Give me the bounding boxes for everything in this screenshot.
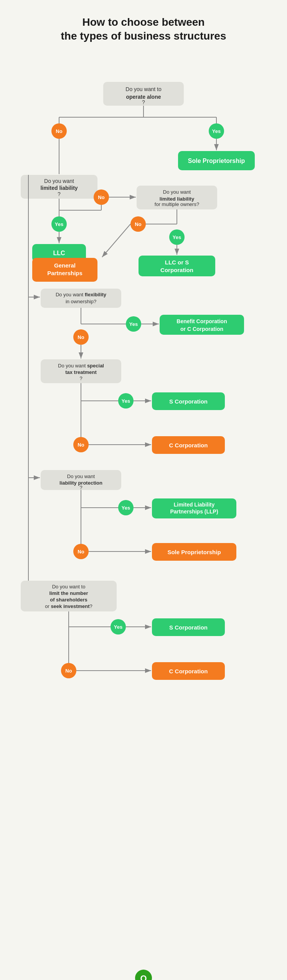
- svg-text:Sole Proprietorship: Sole Proprietorship: [167, 549, 221, 555]
- page: How to choose between the types of busin…: [0, 0, 287, 980]
- svg-text:Do you want: Do you want: [44, 178, 74, 184]
- flowchart-svg: Do you want to operate alone ? No Yes So…: [9, 59, 278, 962]
- svg-text:in ownership?: in ownership?: [66, 299, 96, 304]
- svg-text:C Corporation: C Corporation: [169, 442, 208, 448]
- svg-text:Do you want flexibility: Do you want flexibility: [56, 292, 107, 297]
- svg-text:Limited Liability: Limited Liability: [174, 502, 215, 508]
- svg-text:S Corporation: S Corporation: [169, 398, 208, 405]
- svg-text:limit the number: limit the number: [49, 590, 88, 596]
- svg-text:?: ?: [79, 375, 82, 381]
- svg-text:No: No: [78, 334, 84, 340]
- logo-area: Q INTUIT quickbooks: [119, 970, 168, 980]
- svg-text:Yes: Yes: [122, 398, 130, 404]
- svg-text:Do you want to: Do you want to: [52, 584, 86, 590]
- svg-text:Yes: Yes: [55, 221, 63, 227]
- svg-text:Q: Q: [140, 973, 147, 980]
- svg-text:No: No: [65, 668, 72, 674]
- svg-text:Do you want: Do you want: [67, 473, 95, 479]
- svg-line-43: [102, 224, 130, 257]
- svg-text:Yes: Yes: [122, 505, 130, 511]
- svg-text:Partnerships (LLP): Partnerships (LLP): [170, 508, 218, 515]
- svg-text:Yes: Yes: [114, 624, 122, 630]
- svg-text:Benefit Corporation: Benefit Corporation: [176, 318, 227, 324]
- svg-text:Yes: Yes: [212, 128, 221, 134]
- svg-text:No: No: [78, 549, 84, 555]
- svg-text:General: General: [54, 262, 76, 269]
- svg-text:S Corporation: S Corporation: [169, 624, 208, 631]
- svg-text:?: ?: [79, 485, 82, 490]
- svg-text:?: ?: [142, 99, 145, 105]
- svg-text:Yes: Yes: [129, 321, 138, 327]
- svg-text:for multiple owners?: for multiple owners?: [155, 201, 199, 207]
- svg-text:?: ?: [58, 191, 61, 197]
- main-title: How to choose between the types of busin…: [61, 15, 226, 43]
- svg-text:Do you want: Do you want: [163, 189, 191, 195]
- svg-text:Corporation: Corporation: [160, 267, 193, 273]
- svg-text:No: No: [78, 442, 84, 448]
- svg-text:of shareholders: of shareholders: [50, 597, 87, 603]
- quickbooks-logo-icon: Q: [135, 970, 152, 980]
- svg-text:or C Corporation: or C Corporation: [180, 326, 223, 332]
- svg-text:or seek investment?: or seek investment?: [45, 603, 92, 609]
- svg-text:Do you want special: Do you want special: [58, 363, 104, 369]
- svg-text:Sole Proprietorship: Sole Proprietorship: [188, 158, 245, 164]
- svg-text:Yes: Yes: [173, 234, 181, 240]
- svg-text:No: No: [98, 194, 104, 200]
- svg-text:No: No: [135, 221, 141, 227]
- svg-text:LLC: LLC: [53, 250, 65, 256]
- svg-text:limited liability: limited liability: [40, 185, 78, 191]
- svg-text:limited liability: limited liability: [160, 196, 195, 202]
- svg-text:LLC or S: LLC or S: [165, 259, 189, 266]
- svg-text:C Corporation: C Corporation: [169, 668, 208, 674]
- svg-text:No: No: [56, 128, 62, 134]
- svg-text:tax treatment: tax treatment: [65, 369, 97, 375]
- svg-text:Do you want to: Do you want to: [125, 86, 162, 92]
- svg-text:Partnerships: Partnerships: [47, 270, 82, 276]
